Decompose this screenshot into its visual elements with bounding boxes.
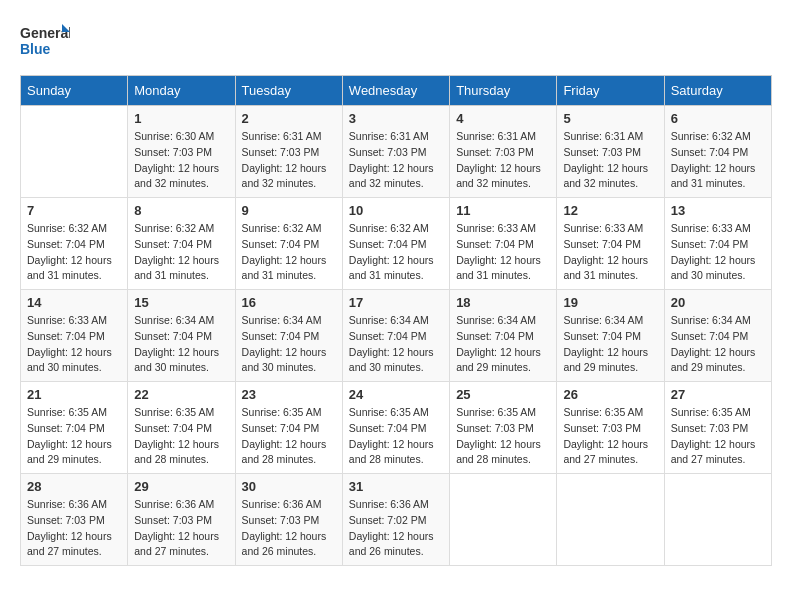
header-monday: Monday <box>128 76 235 106</box>
calendar-cell: 18Sunrise: 6:34 AM Sunset: 7:04 PM Dayli… <box>450 290 557 382</box>
header: General Blue <box>20 20 772 65</box>
day-number: 1 <box>134 111 228 126</box>
calendar-week-row: 21Sunrise: 6:35 AM Sunset: 7:04 PM Dayli… <box>21 382 772 474</box>
day-info: Sunrise: 6:35 AM Sunset: 7:03 PM Dayligh… <box>671 405 765 468</box>
day-number: 11 <box>456 203 550 218</box>
day-number: 3 <box>349 111 443 126</box>
day-info: Sunrise: 6:30 AM Sunset: 7:03 PM Dayligh… <box>134 129 228 192</box>
calendar-cell: 2Sunrise: 6:31 AM Sunset: 7:03 PM Daylig… <box>235 106 342 198</box>
calendar-cell: 10Sunrise: 6:32 AM Sunset: 7:04 PM Dayli… <box>342 198 449 290</box>
calendar-cell: 6Sunrise: 6:32 AM Sunset: 7:04 PM Daylig… <box>664 106 771 198</box>
day-info: Sunrise: 6:35 AM Sunset: 7:04 PM Dayligh… <box>349 405 443 468</box>
day-number: 4 <box>456 111 550 126</box>
header-wednesday: Wednesday <box>342 76 449 106</box>
day-number: 8 <box>134 203 228 218</box>
day-number: 5 <box>563 111 657 126</box>
day-info: Sunrise: 6:35 AM Sunset: 7:04 PM Dayligh… <box>242 405 336 468</box>
day-info: Sunrise: 6:31 AM Sunset: 7:03 PM Dayligh… <box>563 129 657 192</box>
day-number: 15 <box>134 295 228 310</box>
calendar-cell: 15Sunrise: 6:34 AM Sunset: 7:04 PM Dayli… <box>128 290 235 382</box>
day-info: Sunrise: 6:36 AM Sunset: 7:02 PM Dayligh… <box>349 497 443 560</box>
day-number: 19 <box>563 295 657 310</box>
calendar-cell: 1Sunrise: 6:30 AM Sunset: 7:03 PM Daylig… <box>128 106 235 198</box>
day-info: Sunrise: 6:34 AM Sunset: 7:04 PM Dayligh… <box>563 313 657 376</box>
day-number: 9 <box>242 203 336 218</box>
day-info: Sunrise: 6:31 AM Sunset: 7:03 PM Dayligh… <box>242 129 336 192</box>
calendar-cell: 31Sunrise: 6:36 AM Sunset: 7:02 PM Dayli… <box>342 474 449 566</box>
day-info: Sunrise: 6:35 AM Sunset: 7:04 PM Dayligh… <box>27 405 121 468</box>
calendar-cell: 8Sunrise: 6:32 AM Sunset: 7:04 PM Daylig… <box>128 198 235 290</box>
day-info: Sunrise: 6:33 AM Sunset: 7:04 PM Dayligh… <box>456 221 550 284</box>
calendar-cell: 21Sunrise: 6:35 AM Sunset: 7:04 PM Dayli… <box>21 382 128 474</box>
day-number: 10 <box>349 203 443 218</box>
calendar-table: SundayMondayTuesdayWednesdayThursdayFrid… <box>20 75 772 566</box>
calendar-cell <box>664 474 771 566</box>
day-number: 18 <box>456 295 550 310</box>
day-info: Sunrise: 6:36 AM Sunset: 7:03 PM Dayligh… <box>242 497 336 560</box>
day-info: Sunrise: 6:33 AM Sunset: 7:04 PM Dayligh… <box>563 221 657 284</box>
calendar-cell: 9Sunrise: 6:32 AM Sunset: 7:04 PM Daylig… <box>235 198 342 290</box>
day-number: 28 <box>27 479 121 494</box>
calendar-cell: 28Sunrise: 6:36 AM Sunset: 7:03 PM Dayli… <box>21 474 128 566</box>
day-number: 14 <box>27 295 121 310</box>
calendar-cell: 16Sunrise: 6:34 AM Sunset: 7:04 PM Dayli… <box>235 290 342 382</box>
day-info: Sunrise: 6:34 AM Sunset: 7:04 PM Dayligh… <box>456 313 550 376</box>
day-info: Sunrise: 6:35 AM Sunset: 7:04 PM Dayligh… <box>134 405 228 468</box>
day-info: Sunrise: 6:32 AM Sunset: 7:04 PM Dayligh… <box>134 221 228 284</box>
day-info: Sunrise: 6:33 AM Sunset: 7:04 PM Dayligh… <box>27 313 121 376</box>
header-friday: Friday <box>557 76 664 106</box>
calendar-cell: 12Sunrise: 6:33 AM Sunset: 7:04 PM Dayli… <box>557 198 664 290</box>
calendar-header-row: SundayMondayTuesdayWednesdayThursdayFrid… <box>21 76 772 106</box>
day-info: Sunrise: 6:34 AM Sunset: 7:04 PM Dayligh… <box>349 313 443 376</box>
day-number: 29 <box>134 479 228 494</box>
day-info: Sunrise: 6:31 AM Sunset: 7:03 PM Dayligh… <box>349 129 443 192</box>
header-thursday: Thursday <box>450 76 557 106</box>
day-info: Sunrise: 6:34 AM Sunset: 7:04 PM Dayligh… <box>242 313 336 376</box>
calendar-cell: 29Sunrise: 6:36 AM Sunset: 7:03 PM Dayli… <box>128 474 235 566</box>
day-info: Sunrise: 6:31 AM Sunset: 7:03 PM Dayligh… <box>456 129 550 192</box>
calendar-cell: 11Sunrise: 6:33 AM Sunset: 7:04 PM Dayli… <box>450 198 557 290</box>
day-info: Sunrise: 6:34 AM Sunset: 7:04 PM Dayligh… <box>134 313 228 376</box>
calendar-cell: 26Sunrise: 6:35 AM Sunset: 7:03 PM Dayli… <box>557 382 664 474</box>
logo-svg: General Blue <box>20 20 70 65</box>
calendar-cell: 3Sunrise: 6:31 AM Sunset: 7:03 PM Daylig… <box>342 106 449 198</box>
day-info: Sunrise: 6:35 AM Sunset: 7:03 PM Dayligh… <box>456 405 550 468</box>
day-info: Sunrise: 6:32 AM Sunset: 7:04 PM Dayligh… <box>27 221 121 284</box>
calendar-week-row: 7Sunrise: 6:32 AM Sunset: 7:04 PM Daylig… <box>21 198 772 290</box>
day-info: Sunrise: 6:35 AM Sunset: 7:03 PM Dayligh… <box>563 405 657 468</box>
day-number: 17 <box>349 295 443 310</box>
header-saturday: Saturday <box>664 76 771 106</box>
day-number: 6 <box>671 111 765 126</box>
calendar-cell <box>557 474 664 566</box>
calendar-cell <box>21 106 128 198</box>
calendar-cell: 7Sunrise: 6:32 AM Sunset: 7:04 PM Daylig… <box>21 198 128 290</box>
day-number: 23 <box>242 387 336 402</box>
calendar-cell <box>450 474 557 566</box>
day-number: 24 <box>349 387 443 402</box>
calendar-cell: 5Sunrise: 6:31 AM Sunset: 7:03 PM Daylig… <box>557 106 664 198</box>
svg-text:Blue: Blue <box>20 41 51 57</box>
day-info: Sunrise: 6:33 AM Sunset: 7:04 PM Dayligh… <box>671 221 765 284</box>
calendar-cell: 27Sunrise: 6:35 AM Sunset: 7:03 PM Dayli… <box>664 382 771 474</box>
day-number: 7 <box>27 203 121 218</box>
calendar-cell: 4Sunrise: 6:31 AM Sunset: 7:03 PM Daylig… <box>450 106 557 198</box>
calendar-week-row: 28Sunrise: 6:36 AM Sunset: 7:03 PM Dayli… <box>21 474 772 566</box>
day-info: Sunrise: 6:34 AM Sunset: 7:04 PM Dayligh… <box>671 313 765 376</box>
calendar-cell: 17Sunrise: 6:34 AM Sunset: 7:04 PM Dayli… <box>342 290 449 382</box>
logo: General Blue <box>20 20 70 65</box>
calendar-cell: 14Sunrise: 6:33 AM Sunset: 7:04 PM Dayli… <box>21 290 128 382</box>
day-number: 2 <box>242 111 336 126</box>
calendar-cell: 25Sunrise: 6:35 AM Sunset: 7:03 PM Dayli… <box>450 382 557 474</box>
calendar-week-row: 14Sunrise: 6:33 AM Sunset: 7:04 PM Dayli… <box>21 290 772 382</box>
day-info: Sunrise: 6:36 AM Sunset: 7:03 PM Dayligh… <box>27 497 121 560</box>
calendar-cell: 19Sunrise: 6:34 AM Sunset: 7:04 PM Dayli… <box>557 290 664 382</box>
day-number: 13 <box>671 203 765 218</box>
calendar-cell: 30Sunrise: 6:36 AM Sunset: 7:03 PM Dayli… <box>235 474 342 566</box>
day-info: Sunrise: 6:32 AM Sunset: 7:04 PM Dayligh… <box>671 129 765 192</box>
day-info: Sunrise: 6:32 AM Sunset: 7:04 PM Dayligh… <box>242 221 336 284</box>
day-number: 22 <box>134 387 228 402</box>
day-number: 25 <box>456 387 550 402</box>
calendar-cell: 20Sunrise: 6:34 AM Sunset: 7:04 PM Dayli… <box>664 290 771 382</box>
calendar-cell: 23Sunrise: 6:35 AM Sunset: 7:04 PM Dayli… <box>235 382 342 474</box>
calendar-cell: 13Sunrise: 6:33 AM Sunset: 7:04 PM Dayli… <box>664 198 771 290</box>
